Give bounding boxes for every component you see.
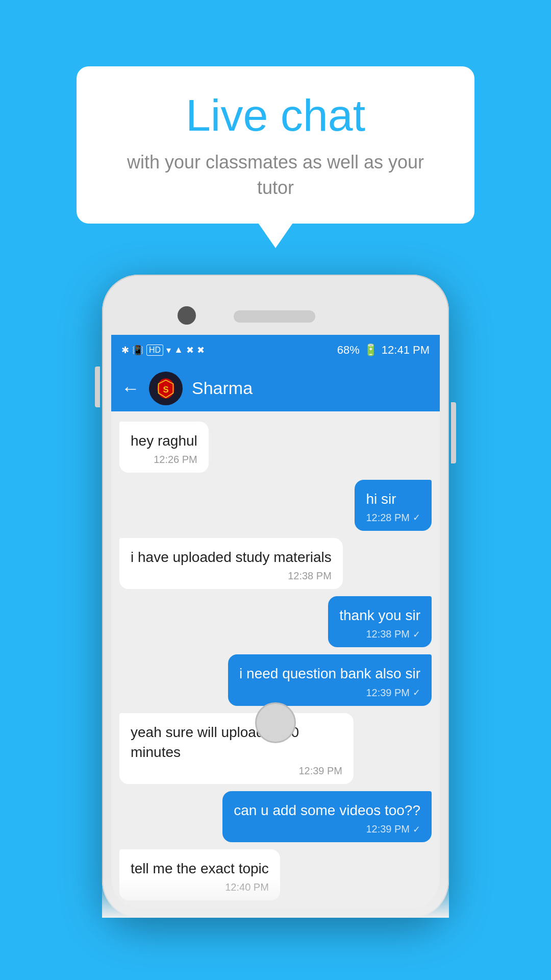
vibrate-icon: 📳 <box>132 345 143 356</box>
message-text: hey raghul <box>131 431 197 451</box>
read-receipt-icon: ✓ <box>413 629 420 640</box>
sim2-icon: ✖ <box>197 345 205 356</box>
message-time: 12:40 PM <box>225 881 269 893</box>
battery-icon: 🔋 <box>364 344 378 357</box>
message-text: tell me the exact topic <box>131 859 269 878</box>
svg-text:S: S <box>163 384 168 394</box>
message-text: i need question bank also sir <box>239 664 420 683</box>
chat-screen: ✱ 📳 HD ▾ ▲ ✖ ✖ 68% 🔋 12:41 PM <box>111 335 440 909</box>
side-button-right <box>451 402 456 463</box>
phone-mockup: ✱ 📳 HD ▾ ▲ ✖ ✖ 68% 🔋 12:41 PM <box>102 275 449 918</box>
bluetooth-icon: ✱ <box>121 345 129 356</box>
read-receipt-icon: ✓ <box>413 512 420 523</box>
message-meta: 12:38 PM✓ <box>339 628 420 640</box>
avatar: S <box>149 372 183 405</box>
contact-name: Sharma <box>192 378 253 398</box>
wifi-icon: ▾ <box>166 345 171 356</box>
message-bubble: hey raghul12:26 PM <box>119 422 209 473</box>
home-button[interactable] <box>255 702 296 743</box>
read-receipt-icon: ✓ <box>413 687 420 698</box>
earpiece <box>234 310 315 323</box>
message-meta: 12:39 PM <box>131 765 342 777</box>
message-bubble: can u add some videos too??12:39 PM✓ <box>222 791 432 842</box>
read-receipt-icon: ✓ <box>413 824 420 835</box>
message-time: 12:38 PM <box>288 570 332 582</box>
avatar-icon: S <box>155 378 177 399</box>
message-time: 12:39 PM <box>298 765 342 777</box>
message-bubble: tell me the exact topic12:40 PM <box>119 849 280 900</box>
message-bubble: i need question bank also sir12:39 PM✓ <box>228 654 432 705</box>
clock: 12:41 PM <box>382 344 430 357</box>
signal-icon: ▲ <box>174 345 183 355</box>
side-button-left <box>95 366 100 407</box>
message-bubble: yeah sure will upload in 10 minutes12:39… <box>119 713 354 784</box>
status-icons-right: 68% 🔋 12:41 PM <box>337 344 430 357</box>
back-button[interactable]: ← <box>121 378 140 399</box>
sim-icon: ✖ <box>186 345 194 356</box>
message-meta: 12:38 PM <box>131 570 332 582</box>
chat-messages: hey raghul12:26 PMhi sir12:28 PM✓i have … <box>111 411 440 909</box>
message-time: 12:39 PM <box>366 687 410 699</box>
status-bar: ✱ 📳 HD ▾ ▲ ✖ ✖ 68% 🔋 12:41 PM <box>111 335 440 365</box>
message-time: 12:38 PM <box>366 628 410 640</box>
message-bubble: hi sir12:28 PM✓ <box>355 480 432 531</box>
bubble-title: Live chat <box>107 91 444 140</box>
bubble-subtitle: with your classmates as well as your tut… <box>107 150 444 201</box>
message-time: 12:39 PM <box>366 823 410 835</box>
status-icons-left: ✱ 📳 HD ▾ ▲ ✖ ✖ <box>121 345 205 356</box>
message-time: 12:26 PM <box>154 454 197 465</box>
message-meta: 12:39 PM✓ <box>239 687 420 699</box>
message-meta: 12:39 PM✓ <box>234 823 420 835</box>
message-text: i have uploaded study materials <box>131 547 332 567</box>
message-text: yeah sure will upload in 10 minutes <box>131 722 342 762</box>
message-meta: 12:28 PM✓ <box>366 512 420 524</box>
message-bubble: i have uploaded study materials12:38 PM <box>119 538 343 589</box>
speech-bubble: Live chat with your classmates as well a… <box>77 66 474 224</box>
battery-percent: 68% <box>337 344 360 357</box>
chat-header: ← S Sharma <box>111 365 440 411</box>
phone-outer: ✱ 📳 HD ▾ ▲ ✖ ✖ 68% 🔋 12:41 PM <box>102 275 449 918</box>
phone-screen: ✱ 📳 HD ▾ ▲ ✖ ✖ 68% 🔋 12:41 PM <box>111 284 440 909</box>
hd-icon: HD <box>146 345 163 356</box>
message-meta: 12:40 PM <box>131 881 269 893</box>
message-meta: 12:26 PM <box>131 454 197 465</box>
message-text: thank you sir <box>339 605 420 625</box>
message-text: hi sir <box>366 489 420 509</box>
front-camera <box>178 306 196 325</box>
message-text: can u add some videos too?? <box>234 800 420 820</box>
message-time: 12:28 PM <box>366 512 410 524</box>
message-bubble: thank you sir12:38 PM✓ <box>328 596 432 647</box>
